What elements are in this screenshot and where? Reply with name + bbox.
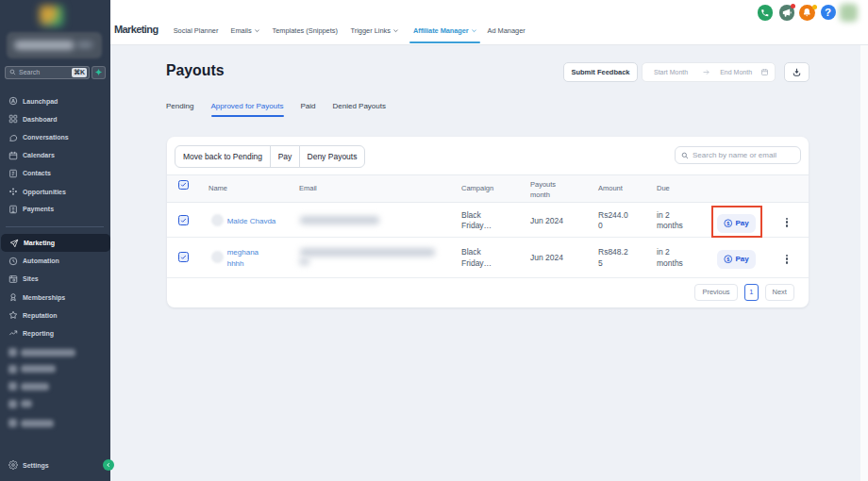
svg-text:$: $	[727, 256, 730, 261]
